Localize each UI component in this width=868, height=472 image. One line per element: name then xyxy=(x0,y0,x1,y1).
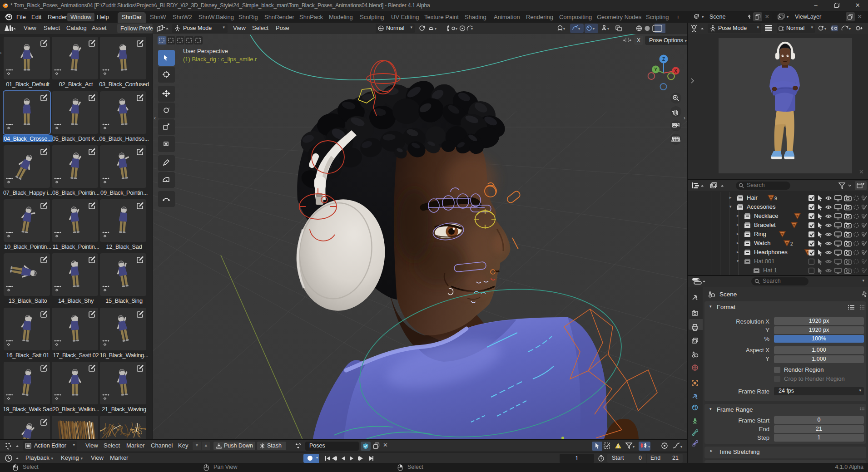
svg-text:▾: ▾ xyxy=(435,27,436,31)
svg-text:▾: ▾ xyxy=(824,27,826,31)
svg-text:▾: ▾ xyxy=(593,27,595,31)
svg-text:▾: ▾ xyxy=(578,27,580,31)
svg-text:▾: ▾ xyxy=(680,445,682,449)
svg-text:▾: ▾ xyxy=(648,445,650,449)
svg-text:▾: ▾ xyxy=(471,27,473,31)
svg-text:▾: ▾ xyxy=(633,445,635,449)
svg-text:▾: ▾ xyxy=(563,27,565,31)
svg-text:▾: ▾ xyxy=(456,27,457,31)
svg-text:Y: Y xyxy=(654,67,657,72)
svg-text:X: X xyxy=(674,69,677,74)
svg-text:▾: ▾ xyxy=(849,27,851,31)
svg-text:▾: ▾ xyxy=(607,27,609,31)
svg-text:Z: Z xyxy=(662,57,665,62)
